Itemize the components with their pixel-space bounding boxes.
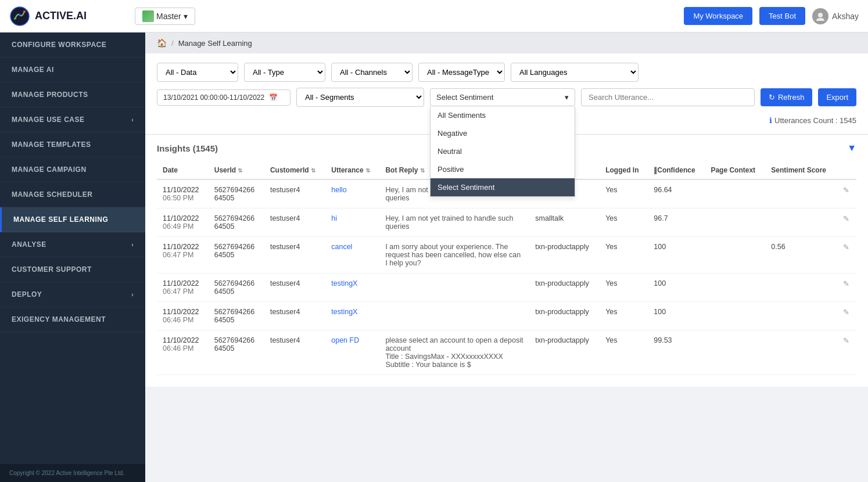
- workspace-name: Master: [156, 12, 181, 21]
- sidebar-item-manage-scheduler[interactable]: MANAGE SCHEDULER: [0, 182, 145, 207]
- refresh-button[interactable]: ↻ Refresh: [761, 88, 813, 106]
- info-icon: ℹ: [769, 116, 772, 125]
- search-utterance-input[interactable]: [581, 88, 755, 106]
- cell-utterance[interactable]: testingX: [325, 302, 379, 330]
- sidebar-footer: Copyright © 2022 Active Intelligence Pte…: [0, 464, 145, 482]
- cell-utterance[interactable]: hello: [325, 179, 379, 208]
- col-date: Date: [157, 161, 209, 179]
- export-button[interactable]: Export: [818, 88, 856, 106]
- cell-customerid: testuser4: [264, 208, 325, 237]
- svg-point-2: [19, 14, 21, 16]
- sentiment-option-select[interactable]: Select Sentiment: [431, 178, 575, 196]
- sidebar-label-manage-products: MANAGE PRODUCTS: [12, 91, 88, 99]
- workspace-selector[interactable]: Master ▾: [135, 8, 195, 25]
- filter-segments-select[interactable]: All - Segments Segment 1: [296, 88, 424, 107]
- cell-edit-action[interactable]: ✎: [837, 302, 856, 330]
- cell-confidence: 100: [648, 237, 705, 274]
- cell-userid: 562769426664505: [209, 302, 264, 330]
- filter-languages-select[interactable]: All Languages English Spanish: [511, 63, 639, 82]
- cell-utterance[interactable]: hi: [325, 208, 379, 237]
- logo-icon: [9, 6, 30, 27]
- col-customerid: CustomerId ⇅: [264, 161, 325, 179]
- sidebar-label-customer-support: CUSTOMER SUPPORT: [12, 265, 92, 274]
- sidebar-item-analyse[interactable]: ANALYSE ›: [0, 232, 145, 257]
- collapse-icon[interactable]: ▼: [847, 143, 856, 153]
- col-actions: [837, 161, 856, 179]
- sentiment-dropdown-menu: All Sentiments Negative Neutral Positive…: [430, 106, 575, 197]
- sentiment-select-button[interactable]: Select Sentiment ▾: [430, 88, 575, 106]
- cell-date: 11/10/202206:46 PM: [157, 330, 209, 375]
- cell-sentiment-score: 0.56: [765, 237, 837, 274]
- cell-sentiment-score: [765, 179, 837, 208]
- test-bot-button[interactable]: Test Bot: [759, 7, 805, 25]
- cell-utterance[interactable]: testingX: [325, 274, 379, 302]
- cell-customerid: testuser4: [264, 179, 325, 208]
- sidebar-item-configure-workspace[interactable]: CONFIGURE WORKSPACE: [0, 33, 145, 57]
- cell-userid: 562769426664505: [209, 179, 264, 208]
- sidebar-item-manage-ai[interactable]: MANAGE AI: [0, 57, 145, 82]
- cell-edit-action[interactable]: ✎: [837, 330, 856, 375]
- cell-date: 11/10/202206:49 PM: [157, 208, 209, 237]
- sentiment-option-all[interactable]: All Sentiments: [431, 106, 575, 124]
- refresh-label: Refresh: [778, 93, 805, 102]
- cell-intent: txn-productapply: [529, 302, 600, 330]
- cell-edit-action[interactable]: ✎: [837, 274, 856, 302]
- sidebar-label-manage-scheduler: MANAGE SCHEDULER: [12, 190, 92, 199]
- sidebar-item-manage-campaign[interactable]: MANAGE CAMPAIGN: [0, 157, 145, 182]
- sidebar-label-configure-workspace: CONFIGURE WORKSPACE: [12, 41, 106, 49]
- cell-page-context: [705, 237, 765, 274]
- sidebar-label-deploy: DEPLOY: [12, 290, 42, 298]
- cell-intent: txn-productapply: [529, 274, 600, 302]
- sidebar-item-manage-templates[interactable]: MANAGE TEMPLATES: [0, 132, 145, 157]
- sidebar-item-manage-products[interactable]: MANAGE PRODUCTS: [0, 82, 145, 107]
- filter-message-type-select[interactable]: All - MessageType MessageType 1: [418, 63, 505, 82]
- header-actions: My Workspace Test Bot Akshay: [684, 7, 859, 25]
- cell-userid: 562769426664505: [209, 274, 264, 302]
- chevron-icon-deploy: ›: [131, 292, 134, 298]
- cell-logged-in: Yes: [600, 208, 648, 237]
- cell-edit-action[interactable]: ✎: [837, 237, 856, 274]
- filter-type-select[interactable]: All - Type Type 1: [244, 63, 325, 82]
- sidebar-item-manage-use-case[interactable]: MANAGE USE CASE ›: [0, 107, 145, 132]
- workspace-chevron-icon: ▾: [184, 12, 188, 21]
- sidebar-item-customer-support[interactable]: CUSTOMER SUPPORT: [0, 257, 145, 282]
- cell-bot-reply: please select an account to open a depos…: [379, 330, 529, 375]
- sentiment-option-negative[interactable]: Negative: [431, 124, 575, 142]
- sidebar-label-manage-ai: MANAGE AI: [12, 66, 54, 74]
- workspace-tab[interactable]: Master ▾: [135, 8, 195, 25]
- main-content: 🏠 / Manage Self Learning All - Data Data…: [145, 33, 868, 482]
- breadcrumb-current: Manage Self Learning: [178, 39, 252, 48]
- cell-sentiment-score: [765, 330, 837, 375]
- cell-page-context: [705, 179, 765, 208]
- col-userid: UserId ⇅: [209, 161, 264, 179]
- cell-userid: 562769426664505: [209, 237, 264, 274]
- cell-logged-in: Yes: [600, 237, 648, 274]
- workspace-tab-image: [142, 10, 154, 22]
- cell-logged-in: Yes: [600, 179, 648, 208]
- col-utterance: Utterance ⇅: [325, 161, 379, 179]
- sentiment-option-positive[interactable]: Positive: [431, 160, 575, 178]
- sidebar-item-deploy[interactable]: DEPLOY ›: [0, 282, 145, 307]
- filter-channels-select[interactable]: All - Channels Channel 1: [331, 63, 413, 82]
- cell-confidence: 96.7: [648, 208, 705, 237]
- my-workspace-button[interactable]: My Workspace: [684, 7, 752, 25]
- svg-point-1: [14, 17, 16, 20]
- cell-utterance[interactable]: cancel: [325, 237, 379, 274]
- sidebar-item-exigency-management[interactable]: EXIGENCY MANAGEMENT: [0, 307, 145, 332]
- cell-customerid: testuser4: [264, 274, 325, 302]
- filter-data-select[interactable]: All - Data Data 1 Data 2: [157, 63, 238, 82]
- cell-utterance[interactable]: open FD: [325, 330, 379, 375]
- sidebar-label-analyse: ANALYSE: [12, 240, 46, 249]
- table-row: 11/10/202206:47 PM 562769426664505 testu…: [157, 274, 856, 302]
- filters-row-2: 13/10/2021 00:00:00-11/10/2022 📅 All - S…: [157, 88, 856, 107]
- cell-page-context: [705, 274, 765, 302]
- date-range-picker[interactable]: 13/10/2021 00:00:00-11/10/2022 📅: [157, 89, 290, 106]
- user-info: Akshay: [812, 8, 859, 24]
- cell-edit-action[interactable]: ✎: [837, 179, 856, 208]
- breadcrumb-home-icon[interactable]: 🏠: [157, 38, 167, 48]
- cell-confidence: 99.53: [648, 330, 705, 375]
- cell-edit-action[interactable]: ✎: [837, 208, 856, 237]
- cell-page-context: [705, 302, 765, 330]
- sentiment-option-neutral[interactable]: Neutral: [431, 142, 575, 160]
- sidebar-item-manage-self-learning[interactable]: MANAGE SELF LEARNING: [0, 207, 145, 232]
